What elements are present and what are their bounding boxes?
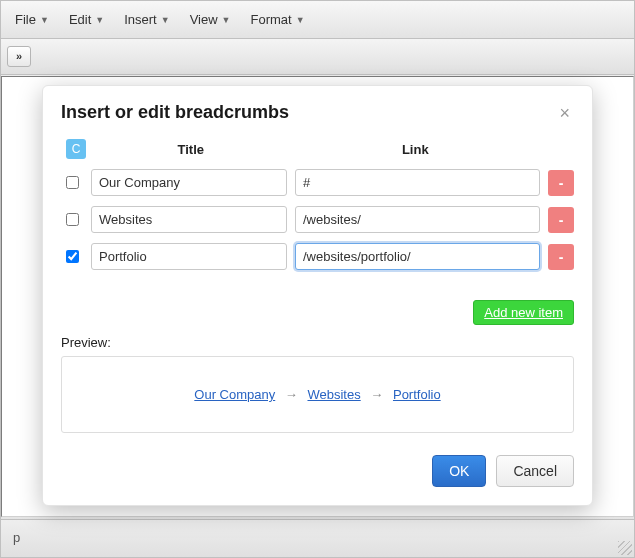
col-title-header: Title bbox=[91, 142, 291, 157]
row-delete-button[interactable]: - bbox=[548, 244, 574, 270]
row-link-input[interactable] bbox=[295, 206, 540, 233]
row-current-checkbox[interactable] bbox=[66, 213, 79, 226]
add-new-item-button[interactable]: Add new item bbox=[473, 300, 574, 325]
app-window: File ▼ Edit ▼ Insert ▼ View ▼ Format ▼ »… bbox=[0, 0, 635, 558]
preview-box: Our Company → Websites → Portfolio bbox=[61, 356, 574, 433]
row-delete-button[interactable]: - bbox=[548, 207, 574, 233]
row-title-input[interactable] bbox=[91, 243, 287, 270]
table-row: - bbox=[61, 243, 574, 270]
dialog-footer: OK Cancel bbox=[43, 445, 592, 505]
col-link-header: Link bbox=[291, 142, 540, 157]
arrow-right-icon: → bbox=[370, 387, 383, 402]
minus-icon: - bbox=[559, 249, 564, 265]
preview-label: Preview: bbox=[61, 335, 574, 350]
row-title-input[interactable] bbox=[91, 206, 287, 233]
arrow-right-icon: → bbox=[285, 387, 298, 402]
row-link-input[interactable] bbox=[295, 243, 540, 270]
minus-icon: - bbox=[559, 212, 564, 228]
minus-icon: - bbox=[559, 175, 564, 191]
cancel-button[interactable]: Cancel bbox=[496, 455, 574, 487]
row-delete-button[interactable]: - bbox=[548, 170, 574, 196]
ok-button[interactable]: OK bbox=[432, 455, 486, 487]
close-icon[interactable]: × bbox=[555, 104, 574, 122]
current-badge: C bbox=[66, 139, 87, 159]
breadcrumb-link[interactable]: Websites bbox=[307, 387, 360, 402]
modal-overlay: Insert or edit breadcrumbs × C Title Lin… bbox=[1, 1, 634, 557]
row-current-checkbox[interactable] bbox=[66, 250, 79, 263]
table-header: C Title Link bbox=[61, 139, 574, 159]
breadcrumb-link[interactable]: Our Company bbox=[194, 387, 275, 402]
table-row: - bbox=[61, 206, 574, 233]
breadcrumbs-dialog: Insert or edit breadcrumbs × C Title Lin… bbox=[42, 85, 593, 506]
breadcrumb-link[interactable]: Portfolio bbox=[393, 387, 441, 402]
dialog-body: C Title Link - - bbox=[43, 133, 592, 445]
row-link-input[interactable] bbox=[295, 169, 540, 196]
row-title-input[interactable] bbox=[91, 169, 287, 196]
table-row: - bbox=[61, 169, 574, 196]
row-current-checkbox[interactable] bbox=[66, 176, 79, 189]
dialog-title: Insert or edit breadcrumbs bbox=[61, 102, 289, 123]
dialog-header: Insert or edit breadcrumbs × bbox=[43, 86, 592, 133]
